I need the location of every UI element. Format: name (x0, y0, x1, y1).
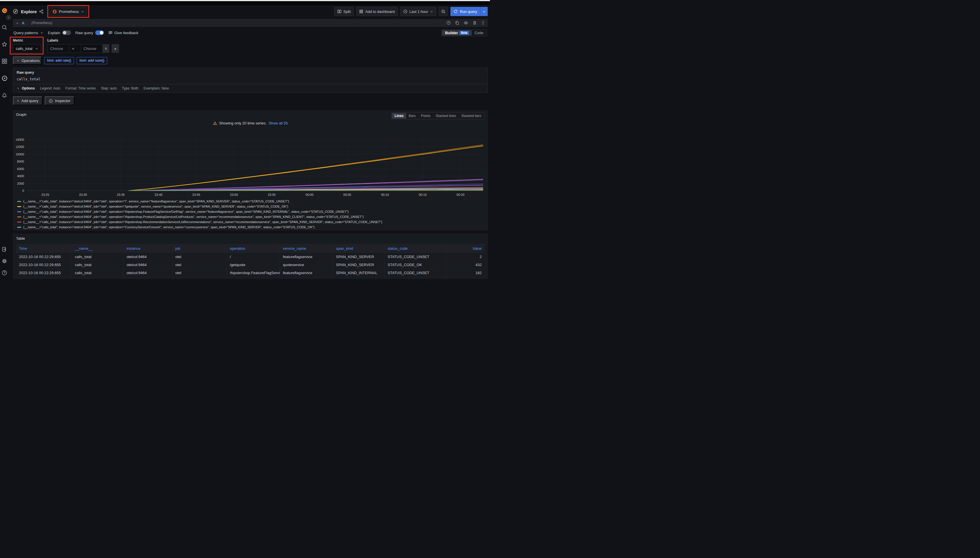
graph-mode-tab-bars[interactable]: Bars (406, 113, 419, 119)
legend-item[interactable]: {__name__="calls_total", instance="otelc… (17, 214, 485, 219)
svg-text:14000: 14000 (16, 138, 24, 141)
svg-text:12000: 12000 (16, 145, 24, 149)
explore-icon[interactable] (2, 75, 7, 81)
table-column-header[interactable]: service_name (280, 244, 333, 253)
dashboards-icon[interactable] (2, 59, 7, 64)
raw-query-toggle-label: Raw query (76, 31, 93, 35)
query-hint-button[interactable]: hint: add sum() (77, 57, 107, 64)
give-feedback-link[interactable]: Give feedback (109, 31, 138, 35)
table-header-row: Time__name__instancejoboperationservice_… (16, 244, 485, 253)
drag-handle-icon[interactable] (481, 21, 485, 25)
run-query-button[interactable]: Run query (451, 7, 488, 16)
metric-field-group: Metric calls_total (13, 38, 41, 53)
add-query-button[interactable]: + Add query (13, 96, 43, 105)
show-all-series-link[interactable]: Show all 55 (268, 121, 288, 125)
share-icon[interactable] (39, 9, 44, 14)
raw-query-toggle[interactable] (95, 30, 104, 35)
svg-text:00:20: 00:20 (456, 193, 464, 197)
query-row-header[interactable]: A (Prometheus) (13, 19, 488, 27)
chevron-down-icon (430, 10, 433, 13)
table-column-header[interactable]: status_code (385, 244, 446, 253)
query-patterns-dropdown[interactable]: Query patterns (13, 31, 43, 35)
table-column-header[interactable]: Value (446, 244, 485, 253)
metric-select[interactable]: calls_total (13, 44, 41, 53)
query-patterns-label: Query patterns (13, 31, 38, 35)
graph-mode-tab-stacked-lines[interactable]: Stacked lines (433, 113, 459, 119)
graph-mode-tabs: LinesBarsPointsStacked linesStacked bars (391, 112, 485, 119)
table-cell: / (227, 253, 280, 261)
table-column-header[interactable]: instance (123, 244, 173, 253)
graph-mode-tab-points[interactable]: Points (418, 113, 433, 119)
sign-in-icon[interactable] (2, 246, 7, 252)
table-column-header[interactable]: Time (16, 244, 72, 253)
legend-label: {__name__="calls_total", instance="otelc… (23, 205, 288, 208)
sidebar-expand-button[interactable]: › (6, 15, 11, 20)
option-summary-item: Format: Time series (66, 86, 96, 90)
svg-text:10000: 10000 (16, 153, 24, 156)
code-mode-tab[interactable]: Code (472, 30, 486, 36)
table-cell: otel (173, 277, 227, 279)
table-column-header[interactable]: operation (227, 244, 280, 253)
remove-label-filter-button[interactable]: x (102, 44, 109, 53)
legend-label: {__name__="calls_total", instance="otelc… (23, 200, 289, 203)
table-column-header[interactable]: __name__ (72, 244, 123, 253)
help-icon[interactable] (2, 270, 7, 276)
run-query-caret[interactable] (480, 7, 488, 16)
datasource-picker[interactable]: Prometheus (49, 7, 87, 16)
table-cell: /getquote (227, 261, 280, 269)
inspector-button[interactable]: Inspector (45, 96, 74, 105)
graph-panel-title: Graph (16, 112, 26, 117)
labels-field-group: Labels Choose = Cho (47, 38, 119, 53)
time-range-picker[interactable]: Last 1 hour (400, 7, 436, 16)
duplicate-query-icon[interactable] (455, 21, 459, 25)
label-operator-select[interactable]: = (69, 44, 81, 53)
remove-query-trash-icon[interactable] (472, 21, 477, 25)
legend-item[interactable]: {__name__="calls_total", instance="otelc… (17, 199, 485, 204)
split-button[interactable]: Split (334, 7, 354, 16)
explain-toggle[interactable] (62, 30, 71, 35)
zoom-out-button[interactable] (439, 7, 448, 16)
search-icon[interactable] (2, 25, 7, 30)
hide-response-eye-icon[interactable] (464, 21, 468, 25)
table-cell: SPAN_KIND_INTERNAL (333, 269, 385, 277)
grafana-logo[interactable] (1, 7, 8, 14)
star-icon[interactable] (2, 41, 7, 47)
label-value-select[interactable]: Choose (81, 44, 102, 53)
query-options-row[interactable]: Options Legend: AutoFormat: Time seriesS… (13, 84, 488, 93)
legend-item[interactable]: {__name__="calls_total", instance="otelc… (17, 225, 485, 230)
collapse-chevron-icon[interactable] (16, 21, 19, 25)
settings-gear-icon[interactable] (2, 258, 7, 264)
add-label-filter-button[interactable]: + (112, 44, 119, 53)
query-hint-button[interactable]: hint: add rate() (44, 57, 74, 64)
add-to-dashboard-label: Add to dashboard (365, 10, 395, 14)
svg-text:23:25: 23:25 (41, 193, 49, 197)
label-key-select[interactable]: Choose (47, 44, 69, 53)
table-column-header[interactable]: span_kind (333, 244, 385, 253)
graph-legend: {__name__="calls_total", instance="otelc… (17, 199, 485, 230)
graph-mode-tab-stacked-bars[interactable]: Stacked bars (459, 113, 484, 119)
chevron-down-icon (99, 47, 100, 50)
options-label: Options (22, 86, 35, 90)
alerting-bell-icon[interactable] (2, 93, 7, 98)
table-cell: 2022-10-16 00:22:29.655 (16, 277, 72, 279)
graph-canvas[interactable]: 0200040006000800010000120001400023:2523:… (16, 126, 485, 198)
legend-item[interactable]: {__name__="calls_total", instance="otelc… (17, 219, 485, 225)
graph-mode-tab-lines[interactable]: Lines (392, 113, 406, 119)
legend-item[interactable]: {__name__="calls_total", instance="otelc… (17, 209, 485, 214)
table-column-header[interactable]: job (173, 244, 227, 253)
option-summary-item: Exemplars: false (143, 86, 169, 90)
svg-text:8000: 8000 (17, 160, 24, 163)
run-query-label: Run query (460, 10, 477, 14)
svg-text:00:00: 00:00 (306, 193, 314, 197)
legend-swatch (17, 206, 21, 207)
query-help-icon[interactable] (446, 21, 451, 25)
table-cell: 182 (446, 269, 485, 277)
legend-label: {__name__="calls_total", instance="otelc… (23, 220, 382, 224)
add-operation-button[interactable]: + Operations (13, 56, 41, 64)
inspector-label: Inspector (55, 98, 70, 103)
legend-item[interactable]: {__name__="calls_total", instance="otelc… (17, 204, 485, 209)
builder-mode-tab[interactable]: Builder Beta (442, 30, 471, 36)
chevron-down-icon (35, 47, 38, 50)
add-to-dashboard-button[interactable]: Add to dashboard (356, 7, 398, 16)
add-query-label: Add query (21, 98, 38, 103)
